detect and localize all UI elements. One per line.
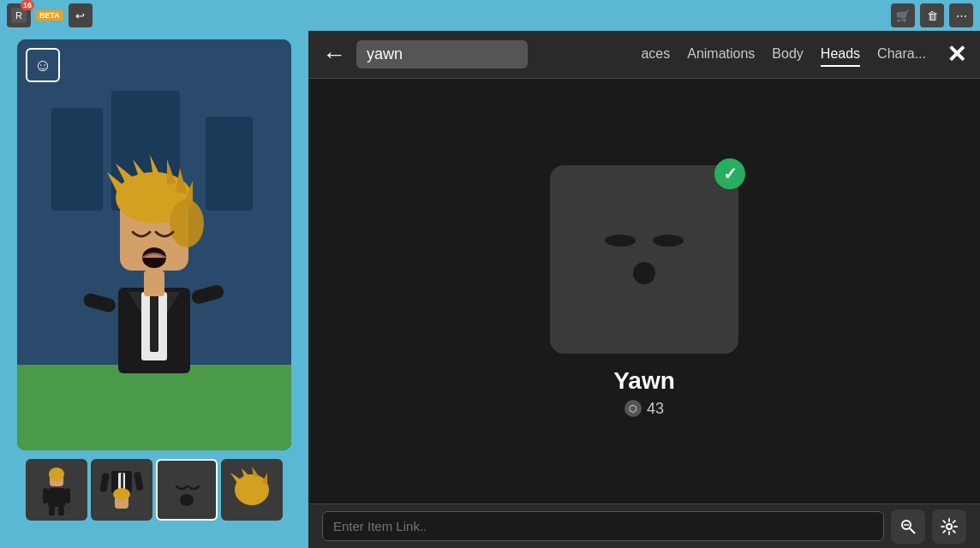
thumb-torso[interactable]	[91, 459, 152, 521]
thumbnail-strip	[26, 459, 283, 521]
top-bar-left: R 16 BETA ↩	[7, 3, 93, 27]
left-panel: ☺	[0, 31, 308, 548]
item-face-display	[605, 235, 684, 284]
tab-body[interactable]: Body	[772, 43, 803, 67]
svg-point-44	[180, 494, 194, 506]
character-preview: ☺	[17, 39, 291, 450]
robux-icon: ⬡	[624, 400, 642, 417]
tab-faces[interactable]: aces	[641, 43, 670, 67]
thumb-fullbody[interactable]	[26, 459, 87, 521]
top-bar-right: 🛒 🗑 ⋯	[891, 3, 973, 27]
item-right-eye	[653, 235, 684, 247]
roblox-icon[interactable]: R 16	[7, 3, 31, 27]
cart-icon[interactable]: 🛒	[891, 3, 915, 27]
main-layout: ☺	[0, 31, 980, 548]
close-button[interactable]: ✕	[947, 40, 966, 68]
item-price-value: 43	[647, 400, 664, 418]
top-bar: R 16 BETA ↩ 🛒 🗑 ⋯	[0, 0, 980, 31]
menu-icon[interactable]: ⋯	[949, 3, 973, 27]
svg-rect-3	[17, 365, 291, 450]
svg-point-22	[170, 200, 204, 247]
back-button[interactable]: ←	[322, 43, 346, 67]
tab-heads[interactable]: Heads	[821, 43, 860, 67]
right-header: ← aces Animations Body Heads Chara... ✕	[308, 31, 980, 79]
item-eyes	[605, 235, 684, 247]
svg-rect-31	[49, 507, 55, 515]
zoom-button[interactable]	[891, 509, 925, 544]
svg-rect-9	[150, 292, 158, 352]
beta-label: BETA	[36, 10, 63, 21]
settings-button[interactable]	[932, 509, 966, 544]
svg-point-41	[113, 488, 130, 500]
thumb-hair[interactable]	[221, 459, 283, 521]
item-name: Yawn	[613, 367, 675, 395]
settings-icon	[941, 518, 958, 535]
svg-rect-30	[65, 488, 70, 503]
tab-characters[interactable]: Chara...	[877, 43, 926, 67]
content-area: ✓ Yawn ⬡ 43	[308, 79, 980, 503]
character-svg	[17, 39, 291, 450]
item-price: ⬡ 43	[624, 400, 664, 418]
item-left-eye	[605, 235, 636, 247]
svg-point-33	[49, 468, 64, 481]
selected-checkmark: ✓	[714, 158, 745, 189]
zoom-icon	[899, 518, 917, 535]
item-mouth	[633, 262, 655, 284]
nav-tabs: aces Animations Body Heads Chara...	[641, 43, 926, 67]
svg-rect-28	[48, 488, 65, 507]
undo-icon[interactable]: ↩	[69, 3, 93, 27]
svg-rect-4	[51, 108, 103, 211]
svg-rect-6	[206, 116, 253, 211]
delete-icon[interactable]: 🗑	[920, 3, 944, 27]
svg-rect-29	[43, 488, 48, 503]
item-link-input[interactable]	[322, 511, 884, 541]
svg-line-52	[910, 528, 915, 533]
search-input[interactable]	[356, 40, 528, 68]
right-panel: ← aces Animations Body Heads Chara... ✕ …	[308, 31, 980, 548]
bottom-bar	[308, 503, 980, 548]
svg-point-54	[947, 524, 952, 529]
item-card: ✓	[550, 165, 738, 354]
thumb-face[interactable]	[156, 459, 218, 521]
svg-text:R: R	[15, 10, 22, 21]
svg-rect-37	[121, 473, 123, 490]
preview-face-icon: ☺	[26, 48, 60, 82]
tab-animations[interactable]: Animations	[687, 43, 755, 67]
svg-rect-12	[144, 271, 164, 296]
svg-rect-32	[58, 507, 64, 515]
badge-count: 16	[21, 0, 34, 10]
